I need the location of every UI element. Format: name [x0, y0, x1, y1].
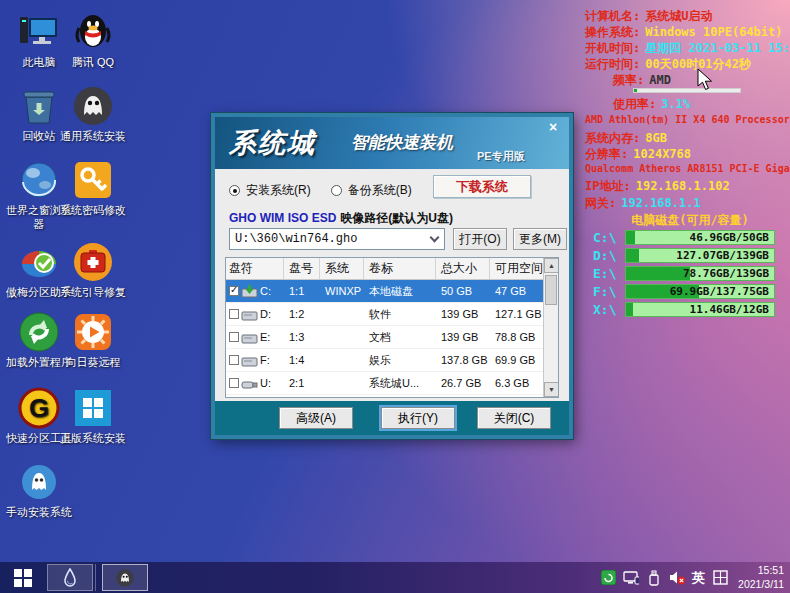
ghost-app-icon [115, 568, 135, 588]
globe-icon [17, 158, 61, 202]
disk-bar-c: C:\46.96GB/50GB [593, 230, 775, 245]
icon-label: 系统密码修改 [58, 204, 128, 218]
install-system-radio[interactable] [229, 185, 240, 196]
execute-button[interactable]: 执行(Y) [381, 407, 455, 429]
sunflower-remote-icon [71, 310, 115, 354]
drive-checkbox[interactable] [229, 378, 239, 388]
info-cpu-model: AMD Athlon(tm) II X4 640 Processor [585, 114, 790, 125]
info-computer-name: 计算机名:系统城U启动 [585, 8, 712, 25]
table-scrollbar[interactable]: ▲ ▼ [543, 258, 558, 397]
disk-bar-d: D:\127.07GB/139GB [593, 248, 775, 263]
info-boot-time: 开机时间:星期四 2021-03-11 15:49 [585, 40, 790, 57]
info-ip: IP地址:192.168.1.102 [585, 178, 730, 195]
info-memory: 系统内存:8GB [585, 130, 667, 147]
key-icon [71, 158, 115, 202]
close-icon[interactable]: × [545, 119, 561, 135]
info-uptime: 运行时间:00天00时01分42秒 [585, 56, 751, 73]
refresh-arrows-icon [17, 310, 61, 354]
desktop[interactable]: 此电脑 腾讯 QQ 回收站 通用系统安装 世界之窗浏览器 系统密码修改 傲梅分区… [0, 0, 790, 593]
info-os: 操作系统:Windows 10PE(64bit) [585, 24, 783, 41]
drive-checkbox[interactable] [229, 309, 239, 319]
backup-system-label: 备份系统(B) [348, 182, 412, 199]
cpu-usage-bar [633, 88, 741, 93]
qq-penguin-icon [71, 10, 115, 54]
scroll-down-icon[interactable]: ▼ [544, 382, 559, 397]
first-aid-kit-icon [71, 240, 115, 284]
app-subtitle: 智能快速装机 [351, 131, 453, 154]
scroll-up-icon[interactable]: ▲ [544, 258, 559, 273]
ime-grid-icon[interactable] [712, 570, 728, 586]
display-icon[interactable] [623, 570, 639, 586]
icon-label: 向日葵远程 [58, 356, 128, 370]
info-cpu-usage: 使用率:3.1% [613, 96, 690, 113]
icon-label: 正版系统安装 [58, 432, 128, 446]
disk-bar-f: F:\69.9GB/137.75GB [593, 284, 775, 299]
installer-dialog: 系统城 智能快速装机 PE专用版 × 安装系统(R) 备份系统(B) 下载系统 … [211, 113, 573, 439]
more-button[interactable]: 更多(M) [513, 228, 567, 250]
ghost-blue-icon [17, 460, 61, 504]
advanced-button[interactable]: 高级(A) [279, 407, 353, 429]
info-nic: Qualcomm Atheros AR8151 PCI-E Gigabit [585, 163, 790, 174]
icon-label: 腾讯 QQ [58, 56, 128, 70]
volume-muted-icon[interactable] [669, 570, 685, 586]
hdd-arrow-icon [241, 285, 258, 298]
close-button[interactable]: 关闭(C) [477, 407, 551, 429]
table-row-u[interactable]: U: 2:1 系统城U... 26.7 GB 6.3 GB [226, 372, 558, 395]
app-edition: PE专用版 [477, 149, 525, 164]
backup-system-radio[interactable] [331, 185, 342, 196]
disk-usage-bar: 11.46GB/12GB [625, 302, 775, 317]
disks-title: 电脑磁盘(可用/容量) [595, 212, 785, 229]
open-button[interactable]: 打开(O) [453, 228, 507, 250]
desktop-icon-universal-system-install[interactable]: 通用系统安装 [58, 84, 128, 144]
svg-text:G: G [29, 393, 49, 423]
dialog-footer: 高级(A) 执行(Y) 关闭(C) [215, 401, 569, 435]
drive-checkbox[interactable] [229, 355, 239, 365]
system-tray: 英 15:51 2021/3/11 [600, 562, 788, 593]
info-resolution: 分辨率:1024X768 [585, 146, 691, 163]
table-row-v[interactable]: V: 2:2 活动 EFI 1.0 GB 501.0 MB [226, 395, 558, 398]
desktop-icon-sunflower-remote[interactable]: 向日葵远程 [58, 310, 128, 370]
taskbar-app-waterdrop[interactable] [47, 564, 93, 591]
hdd-icon [241, 308, 258, 321]
desktop-icon-genuine-system-install[interactable]: 正版系统安装 [58, 386, 128, 446]
desktop-icon-tencent-qq[interactable]: 腾讯 QQ [58, 10, 128, 70]
desktop-icon-manual-system-install[interactable]: 手动安装系统 [4, 460, 74, 520]
taskbar: 英 15:51 2021/3/11 [0, 562, 790, 593]
hdd-icon [241, 354, 258, 367]
drive-checkbox[interactable] [229, 332, 239, 342]
chevron-down-icon[interactable] [430, 233, 440, 243]
taskbar-separator [95, 564, 100, 591]
icon-label: 通用系统安装 [58, 130, 128, 144]
table-header: 盘符 盘号 系统 卷标 总大小 可用空间 [226, 258, 558, 280]
image-path-combobox[interactable]: U:\360\win764.gho [229, 228, 445, 250]
drive-table: 盘符 盘号 系统 卷标 总大小 可用空间 C: 1:1 WINXP 本地磁盘 5… [225, 257, 559, 398]
image-path-value: U:\360\win764.gho [235, 232, 357, 246]
desktop-icon-system-boot-repair[interactable]: 系统引导修复 [58, 240, 128, 300]
drive-checkbox[interactable] [229, 286, 239, 296]
usb-icon[interactable] [646, 570, 662, 586]
tray-green-app-icon[interactable] [600, 570, 616, 586]
download-system-button[interactable]: 下载系统 [433, 175, 531, 198]
table-row-f[interactable]: F: 1:4 娱乐 137.8 GB 69.9 GB [226, 349, 558, 372]
windows-logo-icon [71, 386, 115, 430]
dialog-title-bar[interactable]: 系统城 智能快速装机 PE专用版 × [215, 117, 569, 169]
windows-start-icon [14, 569, 32, 587]
scroll-thumb[interactable] [545, 275, 557, 305]
table-row-d[interactable]: D: 1:2 软件 139 GB 127.1 GB [226, 303, 558, 326]
table-row-e[interactable]: E: 1:3 文档 139 GB 78.8 GB [226, 326, 558, 349]
taskbar-clock[interactable]: 15:51 2021/3/11 [738, 564, 784, 590]
waterdrop-icon [62, 568, 78, 588]
clock-date: 2021/3/11 [738, 578, 784, 591]
icon-label: 手动安装系统 [4, 506, 74, 520]
start-button[interactable] [0, 562, 46, 593]
recycle-bin-icon [17, 84, 61, 128]
desktop-icon-system-password-modify[interactable]: 系统密码修改 [58, 158, 128, 218]
disk-usage-bar: 46.96GB/50GB [625, 230, 775, 245]
disk-bar-x: X:\11.46GB/12GB [593, 302, 775, 317]
table-row-c[interactable]: C: 1:1 WINXP 本地磁盘 50 GB 47 GB [226, 280, 558, 303]
image-path-label: GHO WIM ISO ESD映像路径(默认为U盘) [229, 210, 453, 227]
disk-usage-bar: 69.9GB/137.75GB [625, 284, 775, 299]
taskbar-app-installer[interactable] [102, 564, 148, 591]
ime-language-indicator[interactable]: 英 [692, 569, 705, 587]
ghost-icon [71, 84, 115, 128]
